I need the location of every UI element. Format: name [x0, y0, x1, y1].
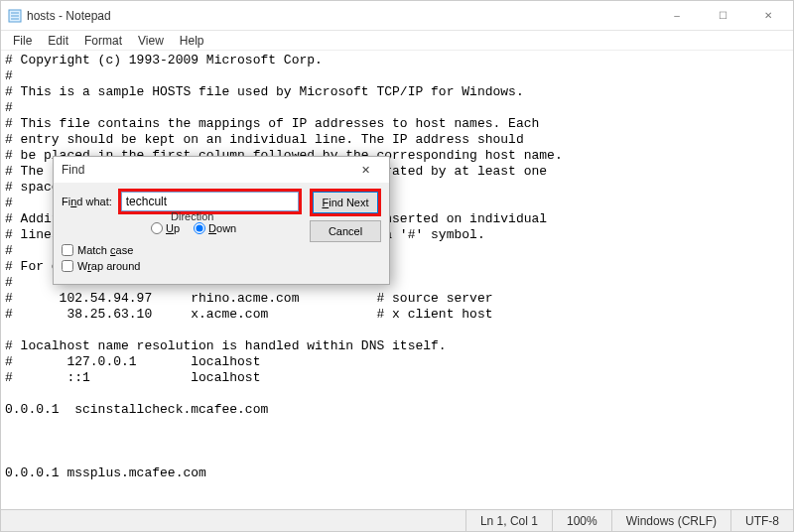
menu-bar: File Edit Format View Help	[1, 31, 793, 51]
find-dialog-title: Find	[62, 163, 345, 177]
notepad-icon	[7, 8, 23, 24]
find-next-highlight: Find Next	[310, 189, 381, 216]
match-case-input[interactable]	[62, 244, 73, 256]
direction-label: Direction	[171, 210, 213, 222]
maximize-button[interactable]: ☐	[700, 1, 745, 31]
menu-file[interactable]: File	[5, 32, 40, 50]
match-case-checkbox[interactable]: Match case	[62, 244, 302, 256]
direction-up[interactable]: Up	[151, 222, 180, 234]
window-controls: – ☐ ✕	[654, 1, 791, 31]
direction-up-radio[interactable]	[151, 222, 163, 234]
close-button[interactable]: ✕	[745, 1, 791, 31]
find-dialog: Find ✕ Find what: Direction Up Down	[53, 156, 390, 285]
menu-format[interactable]: Format	[76, 32, 130, 50]
menu-edit[interactable]: Edit	[40, 32, 76, 50]
status-encoding: UTF-8	[730, 510, 793, 531]
status-bar: Ln 1, Col 1 100% Windows (CRLF) UTF-8	[1, 509, 793, 531]
direction-group: Direction Up Down	[151, 222, 302, 234]
find-what-input[interactable]	[121, 192, 299, 211]
direction-down-radio[interactable]	[194, 222, 205, 234]
find-dialog-close-button[interactable]: ✕	[345, 157, 385, 183]
cancel-button[interactable]: Cancel	[310, 220, 381, 242]
direction-down[interactable]: Down	[194, 222, 236, 234]
minimize-button[interactable]: –	[654, 1, 700, 31]
status-position: Ln 1, Col 1	[465, 510, 552, 531]
status-zoom: 100%	[552, 510, 611, 531]
find-dialog-titlebar[interactable]: Find ✕	[54, 157, 389, 183]
find-what-label: Find what:	[62, 196, 112, 207]
title-bar: hosts - Notepad – ☐ ✕	[1, 1, 793, 31]
wrap-around-input[interactable]	[62, 260, 73, 272]
menu-help[interactable]: Help	[172, 32, 212, 50]
window-title: hosts - Notepad	[27, 9, 654, 23]
menu-view[interactable]: View	[130, 32, 172, 50]
status-eol: Windows (CRLF)	[611, 510, 730, 531]
find-next-button[interactable]: Find Next	[313, 192, 378, 213]
wrap-around-checkbox[interactable]: Wrap around	[62, 260, 302, 272]
